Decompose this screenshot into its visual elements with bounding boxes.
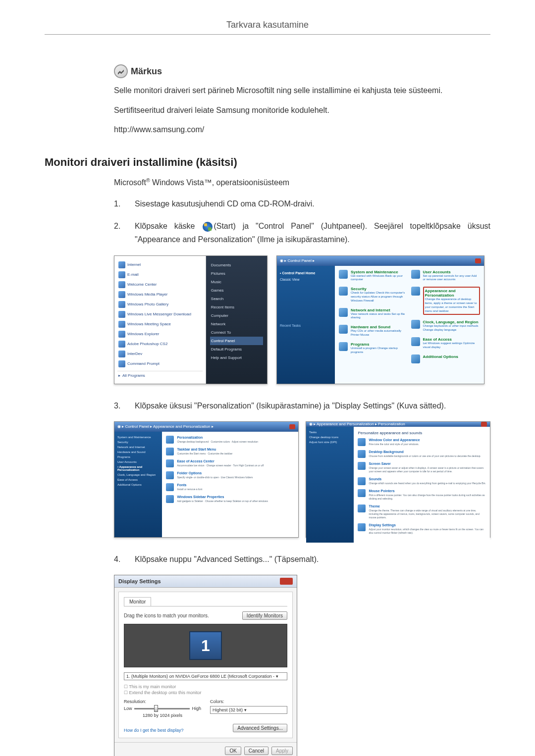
note-url: http://www.samsung.com/ — [114, 123, 490, 136]
note-title: Märkus — [131, 66, 162, 77]
note-block: Märkus Selle monitori draiveri sert päri… — [114, 64, 490, 136]
close-icon[interactable] — [280, 578, 293, 585]
step-1: 1. Sisestage kasutusjuhendi CD oma CD-RO… — [114, 197, 490, 210]
cancel-button[interactable]: Cancel — [244, 747, 268, 755]
section-intro: Microsoft® Windows Vista™, operatsioonis… — [114, 178, 490, 187]
screenshot-personalization: ◉ ▸ Appearance and Personalization ▸ Per… — [306, 421, 490, 538]
monitor-preview-area[interactable]: 1 — [124, 624, 287, 667]
intro-prefix: Microsoft — [114, 178, 146, 187]
start-menu-right-column: Documents Pictures Music Games Search Re… — [206, 256, 267, 384]
step-text: Sisestage kasutusjuhendi CD oma CD-ROM-d… — [135, 197, 490, 210]
resolution-label: Resolution: — [124, 699, 201, 704]
monitor-icon-1[interactable]: 1 — [189, 631, 222, 660]
page-header: Tarkvara kasutamine — [45, 20, 490, 35]
step-2-pre: Klõpsake käske — [135, 222, 202, 230]
best-display-link[interactable]: How do I get the best display? — [124, 728, 184, 733]
screenshot-start-menu: Internet E-mail Welcome Center Windows M… — [114, 255, 268, 384]
colors-label: Colors: — [210, 699, 287, 704]
advanced-settings-button[interactable]: Advanced Settings... — [233, 724, 287, 732]
resolution-slider[interactable]: Low High — [124, 706, 201, 711]
monitor-dropdown[interactable]: 1. (Multiple Monitors) on NVIDIA GeForce… — [124, 672, 287, 680]
step-text: Klõpsake üksusi "Personalization" (Isiku… — [135, 399, 490, 412]
colors-dropdown[interactable]: Highest (32 bit) ▾ — [210, 706, 287, 714]
apply-button[interactable]: Apply — [271, 747, 293, 755]
screenshot-display-settings: Display Settings Monitor Drag the icons … — [114, 575, 297, 756]
identify-monitors-button[interactable]: Identify Monitors — [242, 611, 287, 620]
drag-instruction: Drag the icons to match your monitors. — [124, 613, 209, 618]
note-paragraph-1: Selle monitori draiveri sert pärineb Mic… — [114, 84, 490, 97]
intro-mid: Windows Vista™ — [150, 178, 212, 187]
step-text: Klõpsake nuppu "Advanced Settings..." (T… — [135, 553, 490, 566]
screenshot-row-1: Internet E-mail Welcome Center Windows M… — [114, 255, 490, 384]
screenshot-control-panel: ◉ ▸ Control Panel ▸ • Control Panel Home… — [276, 255, 484, 384]
screenshot-row-2: ◉ ▸ Control Panel ▸ Appearance and Perso… — [114, 421, 490, 538]
step-4: 4. Klõpsake nuppu "Advanced Settings..."… — [114, 553, 490, 566]
step-number: 1. — [114, 197, 126, 210]
tab-monitor[interactable]: Monitor — [124, 597, 151, 606]
main-monitor-checkbox[interactable]: ☐ This is my main monitor — [124, 684, 287, 689]
step-number: 3. — [114, 399, 126, 412]
note-paragraph-2: Sertifitseeritud draiveri leiate Samsung… — [114, 104, 490, 117]
extend-desktop-checkbox[interactable]: ☐ Extend the desktop onto this monitor — [124, 690, 287, 695]
step-number: 4. — [114, 553, 126, 566]
resolution-value: 1280 by 1024 pixels — [124, 713, 201, 718]
note-icon — [114, 64, 128, 78]
step-3: 3. Klõpsake üksusi "Personalization" (Is… — [114, 399, 490, 412]
start-orb-icon — [203, 222, 213, 232]
ok-button[interactable]: OK — [225, 747, 241, 755]
start-menu-left-column: Internet E-mail Welcome Center Windows M… — [114, 256, 206, 384]
step-number: 2. — [114, 219, 126, 246]
screenshot-appearance-panel: ◉ ▸ Control Panel ▸ Appearance and Perso… — [114, 421, 299, 538]
intro-suffix: , operatsioonisüsteem — [212, 178, 290, 187]
step-2: 2. Klõpsake käske (Start) ja "Control Pa… — [114, 219, 490, 246]
section-title: Monitori draiveri installimine (käsitsi) — [45, 156, 490, 169]
step-text: Klõpsake käske (Start) ja "Control Panel… — [135, 219, 490, 246]
dialog-title: Display Settings — [118, 578, 161, 584]
